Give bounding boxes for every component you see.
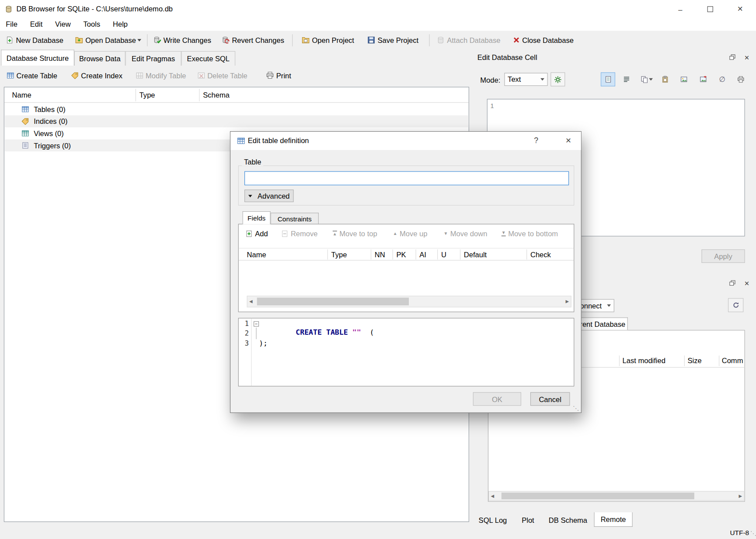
table-name-input[interactable]	[244, 171, 569, 185]
advanced-button[interactable]: Advanced	[244, 189, 293, 202]
set-null-icon[interactable]: ∅	[715, 72, 729, 86]
maximize-icon[interactable]	[695, 0, 725, 18]
column-divider[interactable]	[460, 249, 460, 259]
column-header-name[interactable]: Name	[12, 91, 31, 99]
column-header-size[interactable]: Size	[687, 357, 701, 365]
dialog-resize-grip-icon[interactable]: ⋱	[573, 405, 579, 412]
field-column-check[interactable]: Check	[530, 250, 551, 259]
menu-tools[interactable]: Tools	[79, 18, 105, 29]
attach-database-button[interactable]: Attach Database	[434, 32, 503, 48]
scrollbar-thumb[interactable]	[502, 493, 694, 499]
revert-changes-button[interactable]: Revert Changes	[219, 32, 287, 48]
minimize-icon[interactable]: –	[665, 0, 695, 18]
remote-hscrollbar[interactable]: ◀ ▶	[488, 491, 745, 501]
word-wrap-icon[interactable]	[619, 72, 634, 86]
open-database-button[interactable]: Open Database	[72, 32, 139, 48]
column-header-commit[interactable]: Comm	[722, 357, 743, 365]
tab-current-database[interactable]: rent Database	[578, 318, 628, 330]
column-header-last-modified[interactable]: Last modified	[623, 357, 665, 365]
new-database-button[interactable]: New Database	[3, 32, 66, 48]
column-divider[interactable]	[526, 249, 527, 259]
field-column-nn[interactable]: NN	[375, 250, 385, 259]
move-down-button[interactable]: ▼ Move down	[443, 227, 487, 240]
column-divider[interactable]	[393, 249, 393, 259]
tab-sql-log[interactable]: SQL Log	[475, 513, 510, 527]
tab-edit-pragmas[interactable]: Edit Pragmas	[125, 51, 181, 66]
remote-refresh-icon[interactable]	[728, 298, 743, 312]
tab-remote[interactable]: Remote	[594, 512, 633, 527]
field-column-u[interactable]: U	[441, 250, 446, 259]
scroll-right-icon[interactable]: ▶	[566, 297, 569, 306]
close-icon[interactable]: ✕	[725, 0, 755, 18]
menu-file[interactable]: File	[1, 18, 22, 29]
column-divider[interactable]	[327, 249, 328, 259]
tab-db-schema[interactable]: DB Schema	[546, 513, 590, 527]
float-panel-icon[interactable]	[727, 52, 738, 62]
write-changes-button[interactable]: Write Changes	[150, 32, 214, 48]
scroll-left-icon[interactable]: ◀	[491, 492, 495, 500]
move-up-button[interactable]: ▲ Move up	[393, 227, 428, 240]
text-view-icon[interactable]	[601, 72, 615, 86]
tab-constraints[interactable]: Constraints	[271, 213, 319, 224]
cancel-button[interactable]: Cancel	[530, 392, 570, 406]
column-header-schema[interactable]: Schema	[203, 91, 230, 99]
tab-plot[interactable]: Plot	[514, 513, 542, 527]
close-panel-icon[interactable]: ✕	[742, 278, 752, 288]
column-divider[interactable]	[619, 356, 620, 366]
delete-table-button[interactable]: Delete Table	[195, 67, 250, 83]
column-header-type[interactable]: Type	[139, 91, 155, 99]
menu-help[interactable]: Help	[108, 18, 132, 29]
open-project-button[interactable]: Open Project	[299, 32, 357, 48]
field-column-type[interactable]: Type	[331, 250, 347, 259]
ok-button[interactable]: OK	[473, 392, 521, 406]
field-column-pk[interactable]: PK	[396, 250, 406, 259]
import-data-icon[interactable]	[676, 72, 691, 86]
help-icon[interactable]: ?	[527, 132, 545, 150]
tab-browse-data[interactable]: Browse Data	[74, 51, 125, 66]
close-panel-icon[interactable]: ✕	[742, 52, 752, 62]
close-database-button[interactable]: Close Database	[510, 32, 577, 48]
create-table-button[interactable]: Create Table	[4, 67, 60, 83]
field-column-default[interactable]: Default	[464, 250, 487, 259]
mode-select[interactable]: Text	[504, 73, 547, 86]
tab-fields[interactable]: Fields	[243, 211, 271, 224]
open-database-dropdown[interactable]	[136, 32, 143, 48]
tab-execute-sql[interactable]: Execute SQL	[181, 51, 236, 66]
menu-edit[interactable]: Edit	[25, 18, 48, 29]
field-column-ai[interactable]: AI	[419, 250, 426, 259]
export-data-icon[interactable]	[696, 72, 710, 86]
column-divider[interactable]	[437, 249, 438, 259]
menu-view[interactable]: View	[50, 18, 76, 29]
tree-row-tables[interactable]: Tables (0)	[5, 103, 469, 116]
apply-format-icon[interactable]	[550, 72, 565, 86]
move-to-top-button[interactable]: ▲ Move to top	[333, 227, 377, 240]
remote-connect-select[interactable]: onnect	[578, 299, 614, 312]
add-field-button[interactable]: Add	[245, 227, 268, 240]
tab-database-structure[interactable]: Database Structure	[1, 50, 74, 66]
tree-row-indices[interactable]: Indices (0)	[5, 116, 469, 128]
column-divider[interactable]	[416, 249, 416, 259]
save-project-button[interactable]: Save Project	[365, 32, 422, 48]
print-button[interactable]: Print	[263, 67, 294, 83]
print-cell-icon[interactable]	[733, 72, 748, 86]
code-fold-icon[interactable]: −	[254, 321, 259, 326]
apply-button[interactable]: Apply	[701, 249, 745, 263]
sql-preview[interactable]: 1 2 3 − CREATE TABLE "" ( );	[238, 318, 575, 387]
create-index-button[interactable]: Create Index	[69, 67, 125, 83]
column-divider[interactable]	[719, 356, 719, 366]
scrollbar-thumb[interactable]	[257, 298, 409, 305]
modify-table-button[interactable]: Modify Table	[133, 67, 189, 83]
field-column-name[interactable]: Name	[247, 250, 266, 259]
scroll-left-icon[interactable]: ◀	[249, 297, 253, 306]
fields-hscrollbar[interactable]: ◀ ▶	[247, 296, 571, 307]
copy-icon[interactable]	[638, 72, 656, 86]
move-to-bottom-button[interactable]: ▼ Move to bottom	[502, 227, 558, 240]
resize-grip-icon[interactable]: ⋱	[750, 530, 756, 537]
paste-icon[interactable]	[658, 72, 672, 86]
remove-field-button[interactable]: Remove	[281, 227, 318, 240]
scroll-right-icon[interactable]: ▶	[739, 492, 742, 500]
column-divider[interactable]	[136, 89, 136, 102]
float-panel-icon[interactable]	[727, 278, 738, 288]
column-divider[interactable]	[371, 249, 371, 259]
dialog-titlebar[interactable]: Edit table definition ? ✕	[230, 132, 581, 150]
